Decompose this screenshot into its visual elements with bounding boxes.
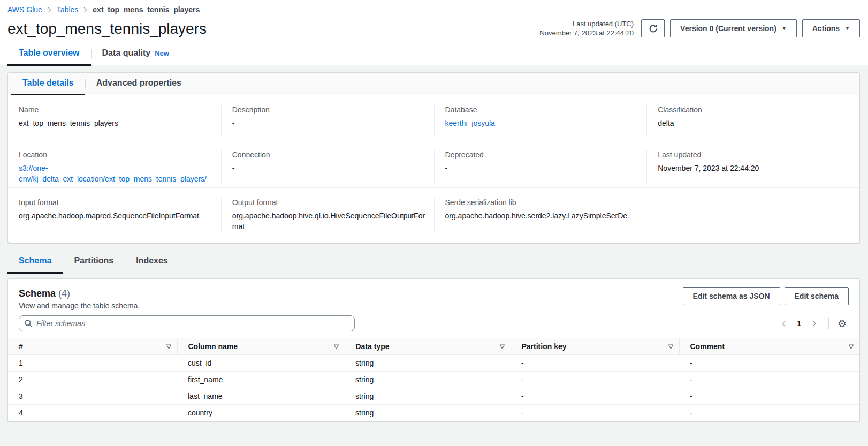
tab-table-overview[interactable]: Table overview — [7, 43, 91, 65]
page-tabs: Table overview Data quality New — [7, 43, 860, 65]
tab-data-quality[interactable]: Data quality New — [91, 43, 180, 65]
table-details-card: Table details Advanced properties Name e… — [7, 72, 860, 243]
tab-schema[interactable]: Schema — [7, 251, 63, 273]
field-connection-label: Connection — [232, 150, 427, 160]
breadcrumb-chevron-icon — [82, 7, 88, 13]
field-description-label: Description — [232, 105, 427, 115]
cell-data-type: string — [345, 388, 511, 405]
cell-column-name: last_name — [177, 388, 345, 405]
pagination: 1 ⚙ — [776, 318, 849, 329]
field-connection: Connection - — [221, 150, 434, 184]
schema-description: View and manage the table schema. — [19, 301, 140, 310]
breadcrumb: AWS Glue Tables ext_top_mens_tennis_play… — [7, 5, 860, 14]
cell-column-name: first_name — [177, 372, 345, 388]
cell-data-type: string — [345, 355, 511, 372]
field-input-format-label: Input format — [19, 198, 214, 207]
breadcrumb-aws-glue[interactable]: AWS Glue — [7, 5, 42, 14]
chevron-right-icon — [811, 320, 818, 327]
breadcrumb-tables[interactable]: Tables — [57, 5, 78, 14]
gear-icon: ⚙ — [837, 318, 847, 329]
page-header: AWS Glue Tables ext_top_mens_tennis_play… — [0, 0, 868, 65]
refresh-button[interactable] — [641, 19, 665, 37]
tab-advanced-properties[interactable]: Advanced properties — [85, 73, 193, 95]
tab-schema-label: Schema — [19, 256, 51, 266]
table-header-row: # Column name — [8, 338, 859, 355]
column-header-type[interactable]: Data type — [345, 338, 511, 355]
field-serde-label: Serde serialization lib — [445, 198, 852, 207]
field-classification-label: Classification — [658, 105, 852, 115]
field-output-format: Output format org.apache.hadoop.hive.ql.… — [221, 198, 434, 232]
edit-schema-json-button[interactable]: Edit schema as JSON — [683, 287, 780, 305]
field-database-label: Database — [445, 105, 639, 115]
tab-indexes[interactable]: Indexes — [125, 251, 179, 273]
preferences-button[interactable]: ⚙ — [835, 319, 849, 329]
column-header-comment[interactable]: Comment — [679, 338, 859, 355]
cell-num: 4 — [8, 405, 177, 421]
cell-partition-key: - — [511, 388, 679, 405]
column-header-num[interactable]: # — [8, 338, 177, 355]
tab-table-details[interactable]: Table details — [11, 73, 85, 95]
edit-schema-label: Edit schema — [795, 292, 839, 300]
field-output-format-value: org.apache.hadoop.hive.ql.io.HiveSequenc… — [232, 210, 427, 232]
cell-partition-key: - — [511, 405, 679, 421]
refresh-icon — [649, 24, 658, 33]
column-header-name-label: Column name — [188, 342, 238, 351]
cell-data-type: string — [345, 372, 511, 388]
field-location-label: Location — [19, 150, 214, 160]
field-serde: Serde serialization lib org.apache.hadoo… — [434, 198, 860, 232]
location-link[interactable]: s3://one-env/kj_delta_ext_location/ext_t… — [19, 164, 207, 183]
caret-down-icon: ▼ — [845, 26, 850, 31]
actions-button[interactable]: Actions ▼ — [802, 19, 860, 37]
field-description-value: - — [232, 118, 427, 128]
field-description: Description - — [221, 105, 434, 136]
database-link[interactable]: keerthi_josyula — [445, 119, 495, 127]
column-filter-icon[interactable] — [499, 344, 505, 350]
table-row: 2 first_name string - - — [8, 372, 859, 388]
table-row: 3 last_name string - - — [8, 388, 859, 405]
field-classification: Classification delta — [646, 105, 859, 136]
field-output-format-label: Output format — [232, 198, 427, 207]
field-deprecated-value: - — [445, 163, 639, 173]
filter-schemas-input[interactable] — [19, 315, 355, 331]
schema-table: # Column name — [8, 338, 859, 421]
cell-num: 3 — [8, 388, 177, 405]
cell-column-name: cust_id — [177, 355, 345, 372]
schema-section-title: Schema (4) — [19, 287, 140, 300]
column-filter-icon[interactable] — [166, 344, 172, 350]
edit-schema-button[interactable]: Edit schema — [785, 287, 849, 305]
field-name-label: Name — [19, 105, 214, 115]
schema-card: Schema (4) View and manage the table sch… — [7, 278, 860, 422]
page-number[interactable]: 1 — [794, 319, 804, 328]
column-filter-icon[interactable] — [668, 344, 674, 350]
last-updated-value: November 7, 2023 at 22:44:20 — [539, 28, 634, 37]
column-filter-icon[interactable] — [333, 344, 339, 350]
schema-tabs: Schema Partitions Indexes — [7, 251, 860, 273]
page-title: ext_top_mens_tennis_players — [7, 19, 207, 39]
details-grid-formats: Input format org.apache.hadoop.mapred.Se… — [8, 188, 859, 243]
field-serde-value: org.apache.hadoop.hive.serde2.lazy.LazyS… — [445, 210, 852, 221]
field-database: Database keerthi_josyula — [434, 105, 647, 136]
breadcrumb-chevron-icon — [47, 7, 52, 13]
column-filter-icon[interactable] — [848, 344, 854, 350]
field-name-value: ext_top_mens_tennis_players — [19, 118, 214, 128]
pagination-divider — [828, 318, 829, 329]
column-header-num-label: # — [19, 342, 23, 351]
field-classification-value: delta — [658, 118, 852, 128]
schema-title-text: Schema — [19, 288, 56, 299]
previous-page-button[interactable] — [776, 318, 791, 329]
tab-advanced-properties-label: Advanced properties — [96, 78, 181, 88]
next-page-button[interactable] — [806, 318, 822, 329]
column-header-partition-key[interactable]: Partition key — [511, 338, 679, 355]
last-updated-info: Last updated (UTC) November 7, 2023 at 2… — [539, 19, 634, 37]
field-deprecated-label: Deprecated — [445, 150, 639, 160]
column-header-name[interactable]: Column name — [177, 338, 345, 355]
tab-partitions-label: Partitions — [74, 256, 113, 266]
tab-partitions[interactable]: Partitions — [63, 251, 125, 273]
column-header-comment-label: Comment — [690, 342, 725, 351]
schema-count: (4) — [58, 288, 70, 299]
tab-data-quality-label: Data quality — [102, 48, 151, 58]
tab-table-overview-label: Table overview — [19, 48, 80, 58]
field-connection-value: - — [232, 163, 427, 173]
cell-column-name: country — [177, 405, 345, 421]
version-select[interactable]: Version 0 (Current version) ▼ — [670, 19, 797, 37]
